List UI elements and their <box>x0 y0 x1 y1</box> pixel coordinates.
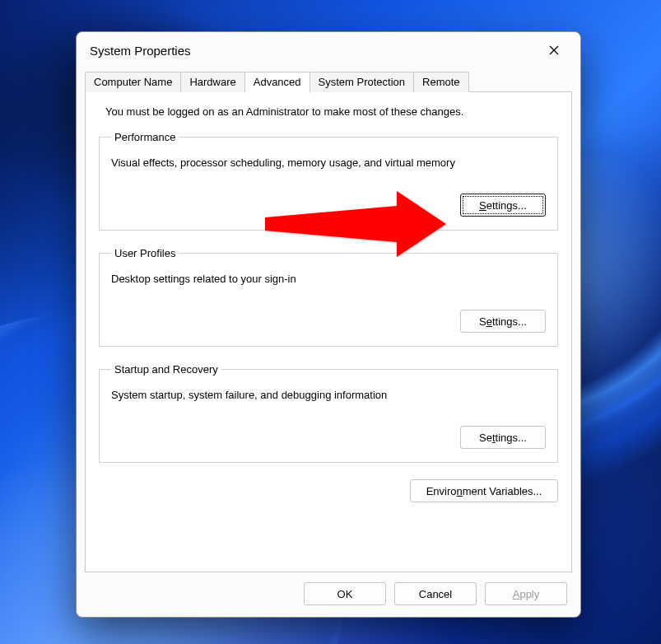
environment-variables-button[interactable]: Environment Variables... <box>410 479 558 502</box>
apply-button[interactable]: Apply <box>485 582 567 605</box>
group-user-profiles-desc: Desktop settings related to your sign-in <box>111 273 546 285</box>
tab-advanced[interactable]: Advanced <box>244 72 310 93</box>
cancel-button[interactable]: Cancel <box>394 582 477 605</box>
performance-settings-button[interactable]: Settings... <box>460 194 546 217</box>
accel-char: S <box>479 199 486 212</box>
admin-note: You must be logged on as an Administrato… <box>99 105 558 118</box>
tabstrip: Computer Name Hardware Advanced System P… <box>77 72 580 92</box>
user-profiles-settings-button[interactable]: Settings... <box>460 310 546 333</box>
startup-recovery-settings-button[interactable]: Settings... <box>460 426 546 449</box>
accel-char: t <box>492 432 496 444</box>
accel-char: n <box>457 485 463 497</box>
tab-hardware[interactable]: Hardware <box>180 72 244 92</box>
accel-char: A <box>513 588 520 600</box>
tab-remote[interactable]: Remote <box>413 72 469 92</box>
system-properties-dialog: System Properties Computer Name Hardware… <box>76 31 581 618</box>
dialog-title: System Properties <box>90 44 191 58</box>
group-startup-recovery: Startup and Recovery System startup, sys… <box>99 363 558 463</box>
group-user-profiles-legend: User Profiles <box>111 247 179 259</box>
accel-char: e <box>486 315 492 328</box>
tab-content-advanced: You must be logged on as an Administrato… <box>85 92 572 572</box>
group-startup-recovery-legend: Startup and Recovery <box>111 363 221 376</box>
ok-button[interactable]: OK <box>304 582 386 605</box>
group-startup-recovery-desc: System startup, system failure, and debu… <box>111 389 546 401</box>
group-user-profiles: User Profiles Desktop settings related t… <box>99 247 558 347</box>
group-performance-legend: Performance <box>111 131 179 143</box>
dialog-footer: OK Cancel Apply <box>77 572 580 617</box>
tab-system-protection[interactable]: System Protection <box>310 72 415 92</box>
group-performance: Performance Visual effects, processor sc… <box>99 131 558 231</box>
tab-computer-name[interactable]: Computer Name <box>85 72 181 92</box>
titlebar: System Properties <box>77 32 580 67</box>
group-performance-desc: Visual effects, processor scheduling, me… <box>111 156 546 169</box>
close-button[interactable] <box>538 39 570 62</box>
close-icon <box>549 45 559 55</box>
